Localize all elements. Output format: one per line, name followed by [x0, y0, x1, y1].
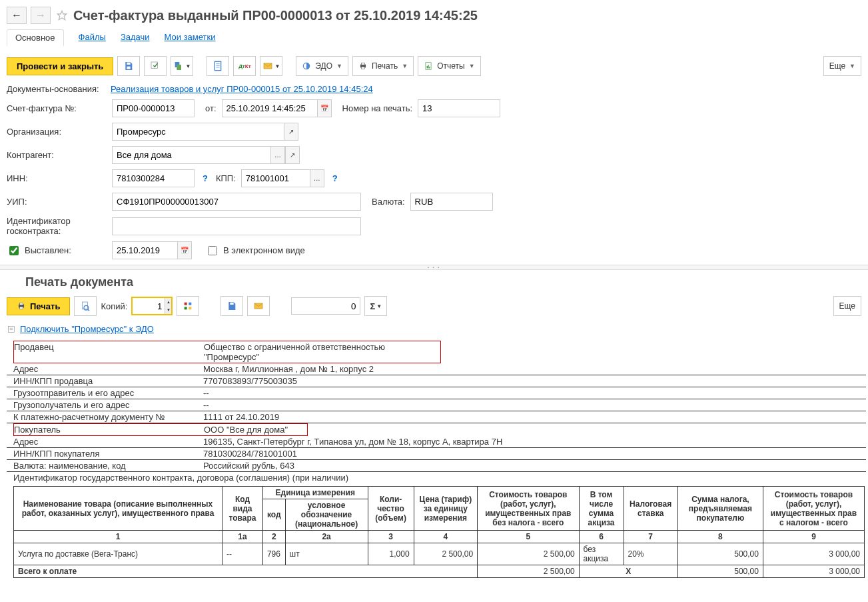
mail-button[interactable]: ▼ [260, 56, 282, 76]
print-more-dropdown[interactable]: Еще [833, 296, 861, 316]
org-open-button[interactable]: ↗ [284, 123, 298, 141]
consignee-value: -- [197, 399, 866, 411]
inn-kpp-seller-label: ИНН/КПП продавца [7, 375, 197, 387]
svg-rect-20 [20, 303, 23, 305]
currency-row-value: Российский рубль, 643 [197, 460, 866, 472]
svg-rect-18 [429, 67, 430, 68]
svg-rect-13 [362, 63, 365, 65]
currency-label: Валюта: [372, 197, 405, 207]
issued-checkbox-label[interactable]: Выставлен: [7, 244, 107, 257]
cell-tax-sum: 500,00 [677, 543, 763, 565]
electronic-checkbox-label[interactable]: В электронном виде [205, 244, 305, 257]
send-mail-button[interactable] [247, 296, 270, 316]
buyer-label: Покупатель [7, 424, 197, 435]
tab-files[interactable]: Файлы [79, 29, 106, 47]
nav-back-button[interactable]: ← [7, 7, 27, 24]
org-input[interactable] [112, 123, 284, 141]
dt-kt-button[interactable]: ДтКт [233, 56, 256, 76]
save-button[interactable] [117, 56, 140, 76]
th-unit: Единица измерения [262, 487, 368, 499]
print-num-label: Номер на печать: [342, 103, 413, 113]
tab-notes[interactable]: Мои заметки [165, 29, 216, 47]
print-num-input[interactable] [418, 99, 500, 117]
svg-rect-26 [189, 303, 192, 305]
edo-connect-link[interactable]: Подключить "Промресурс" к ЭДО [20, 324, 154, 334]
th-name: Наименование товара (описание выполненны… [14, 487, 222, 531]
post-button[interactable] [144, 56, 167, 76]
th-price: Цена (тариф) за единицу измерения [414, 487, 478, 531]
colnum-4: 4 [414, 531, 478, 543]
uip-input[interactable] [112, 193, 361, 211]
addr-label: Адрес [7, 363, 197, 375]
svg-rect-31 [8, 326, 14, 332]
print-btn-label: Печать [30, 301, 60, 311]
counterparty-open-button[interactable]: ↗ [285, 146, 300, 164]
page-title: Счет-фактура выданный ПР00-0000013 от 25… [73, 8, 478, 23]
tab-tasks[interactable]: Задачи [121, 29, 150, 47]
buyer-inn-kpp-label: ИНН/КПП покупателя [7, 448, 197, 460]
post-and-close-button[interactable]: Провести и закрыть [7, 57, 113, 75]
copies-input[interactable] [133, 298, 165, 314]
issued-date-picker-button[interactable]: 📅 [177, 241, 192, 259]
colnum-3: 3 [368, 531, 414, 543]
copies-label: Копий: [101, 301, 127, 311]
total-row: Всего к оплате 2 500,00 Х 500,00 3 000,0… [14, 565, 865, 578]
from-label: от: [205, 103, 217, 113]
nav-forward-button[interactable]: → [31, 7, 51, 24]
more-dropdown[interactable]: Еще ▼ [823, 56, 861, 76]
invoice-num-input[interactable] [112, 99, 195, 117]
th-tax-rate: Налоговая ставка [624, 487, 677, 531]
issued-checkbox[interactable] [9, 246, 19, 255]
counterparty-more-button[interactable]: … [270, 146, 285, 164]
colnum-1: 1 [14, 531, 222, 543]
svg-rect-14 [362, 67, 365, 69]
cell-unit-code: 796 [262, 543, 285, 565]
issued-label: Выставлен: [25, 245, 71, 255]
currency-input[interactable] [410, 193, 493, 211]
splitter[interactable]: • • • [0, 265, 868, 270]
copies-settings-button[interactable] [177, 296, 199, 316]
inn-input[interactable] [112, 169, 195, 187]
datetime-input[interactable] [222, 99, 317, 117]
save-doc-button[interactable] [220, 296, 243, 316]
cell-tax-rate: 20% [624, 543, 677, 565]
kpp-more-button[interactable]: … [310, 169, 324, 187]
cell-cost-no-tax: 2 500,00 [478, 543, 579, 565]
basis-button[interactable]: ▼ [171, 56, 193, 76]
kpp-input[interactable] [241, 169, 310, 187]
sum-input[interactable] [291, 297, 360, 315]
seller-value: Общество с ограниченной ответственностью… [197, 341, 440, 363]
print-dropdown[interactable]: Печать ▼ [352, 56, 414, 76]
payment-doc-value: 1111 от 24.10.2019 [197, 411, 866, 423]
preview-button[interactable] [74, 296, 97, 316]
electronic-checkbox[interactable] [208, 246, 217, 255]
print-button[interactable]: Печать [7, 297, 70, 315]
colnum-9: 9 [763, 531, 864, 543]
counterparty-label: Контрагент: [7, 150, 107, 160]
datetime-picker-button[interactable]: 📅 [317, 99, 332, 117]
reports-dropdown[interactable]: Отчеты ▼ [418, 56, 480, 76]
colnum-8: 8 [677, 531, 763, 543]
colnum-1a: 1а [222, 531, 263, 543]
issued-date-input[interactable] [112, 241, 177, 259]
spin-up[interactable]: ▲ [165, 298, 171, 306]
uip-label: УИП: [7, 197, 107, 207]
spin-down[interactable]: ▼ [165, 306, 171, 314]
edo-dropdown[interactable]: ЭДО ▼ [296, 56, 348, 76]
copies-spinner[interactable]: ▲▼ [131, 297, 173, 315]
favorite-star-icon[interactable] [55, 8, 69, 23]
colnum-5: 5 [478, 531, 579, 543]
th-unit-symbol: условное обозначение (национальное) [285, 499, 368, 531]
contract-id-input[interactable] [112, 217, 361, 235]
th-qty: Коли-чество (объем) [368, 487, 414, 531]
invoice-num-label: Счет-фактура №: [7, 103, 107, 113]
sum-function-button[interactable]: Σ▼ [364, 296, 387, 316]
kpp-help-icon[interactable]: ? [330, 173, 340, 183]
counterparty-input[interactable] [112, 146, 270, 164]
view-button[interactable] [207, 56, 229, 76]
inn-help-icon[interactable]: ? [200, 173, 211, 183]
svg-rect-2 [127, 67, 131, 69]
tab-main[interactable]: Основное [7, 29, 64, 47]
svg-rect-5 [177, 65, 182, 70]
basis-link[interactable]: Реализация товаров и услуг ПР00-000015 о… [111, 84, 373, 94]
